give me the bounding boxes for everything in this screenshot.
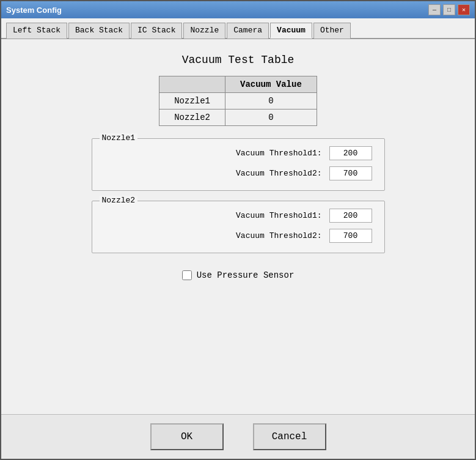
content-area: Vacuum Test Table Vacuum Value Nozzle1 0… <box>1 39 475 414</box>
ok-button[interactable]: OK <box>150 423 224 450</box>
nozzle1-threshold2-label: Vacuum Threshold2: <box>104 169 329 178</box>
table-cell-nozzle2-value: 0 <box>225 109 317 126</box>
nozzle1-threshold1-label: Vacuum Threshold1: <box>104 149 329 158</box>
nozzle1-threshold1-input[interactable] <box>329 146 372 160</box>
nozzle1-threshold2-input[interactable] <box>329 166 372 180</box>
nozzle1-threshold2-row: Vacuum Threshold2: <box>104 166 372 180</box>
tab-bar: Left Stack Back Stack IC Stack Nozzle Ca… <box>1 18 475 39</box>
nozzle2-threshold2-row: Vacuum Threshold2: <box>104 229 372 243</box>
nozzle1-legend: Nozzle1 <box>100 133 138 143</box>
nozzle2-threshold1-label: Vacuum Threshold1: <box>104 211 329 220</box>
nozzle2-threshold2-input[interactable] <box>329 229 372 243</box>
minimize-button[interactable]: — <box>428 4 441 15</box>
table-header-vacuum-value: Vacuum Value <box>225 76 317 93</box>
tab-left-stack[interactable]: Left Stack <box>6 23 67 39</box>
tab-camera[interactable]: Camera <box>227 23 269 39</box>
table-row: Nozzle1 0 <box>159 93 317 109</box>
table-cell-nozzle1-value: 0 <box>225 93 317 109</box>
cancel-button[interactable]: Cancel <box>253 423 326 450</box>
pressure-sensor-row: Use Pressure Sensor <box>182 270 295 280</box>
tab-nozzle[interactable]: Nozzle <box>183 23 225 39</box>
nozzle1-threshold1-row: Vacuum Threshold1: <box>104 146 372 160</box>
tab-vacuum[interactable]: Vacuum <box>270 23 312 39</box>
table-header-empty <box>159 76 225 93</box>
table-row: Nozzle2 0 <box>159 109 317 126</box>
window-title: System Config <box>6 6 62 15</box>
pressure-sensor-label: Use Pressure Sensor <box>197 270 295 280</box>
nozzle2-threshold1-row: Vacuum Threshold1: <box>104 209 372 223</box>
section-title: Vacuum Test Table <box>182 54 295 66</box>
bottom-bar: OK Cancel <box>1 414 475 459</box>
close-button[interactable]: ✕ <box>458 4 470 15</box>
title-bar-controls: — □ ✕ <box>428 4 470 15</box>
nozzle1-group: Nozzle1 Vacuum Threshold1: Vacuum Thresh… <box>92 138 385 191</box>
table-cell-nozzle1-label: Nozzle1 <box>159 93 225 109</box>
nozzle2-legend: Nozzle2 <box>100 196 138 205</box>
vacuum-table: Vacuum Value Nozzle1 0 Nozzle2 0 <box>159 76 317 126</box>
title-bar: System Config — □ ✕ <box>1 1 475 18</box>
nozzle2-threshold1-input[interactable] <box>329 209 372 223</box>
pressure-sensor-checkbox[interactable] <box>182 270 192 280</box>
nozzle2-group: Nozzle2 Vacuum Threshold1: Vacuum Thresh… <box>92 201 385 253</box>
tab-other[interactable]: Other <box>313 23 351 39</box>
table-cell-nozzle2-label: Nozzle2 <box>159 109 225 126</box>
tab-ic-stack[interactable]: IC Stack <box>131 23 182 39</box>
tab-back-stack[interactable]: Back Stack <box>68 23 130 39</box>
restore-button[interactable]: □ <box>443 4 455 15</box>
main-window: System Config — □ ✕ Left Stack Back Stac… <box>0 0 476 460</box>
nozzle2-threshold2-label: Vacuum Threshold2: <box>104 231 329 240</box>
